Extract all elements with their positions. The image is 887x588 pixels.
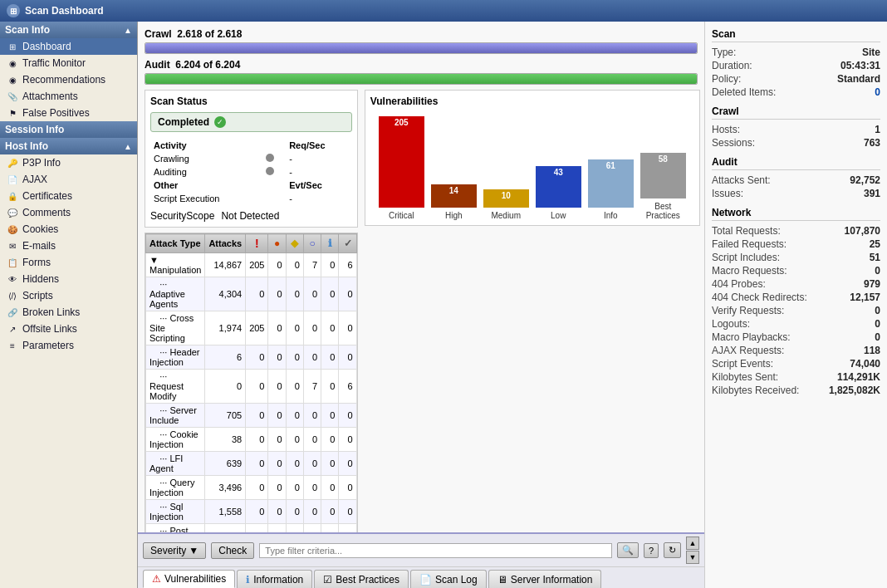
broken-links-icon: 🔗 <box>7 306 18 318</box>
bar-high: 14High <box>431 184 477 220</box>
sidebar-item-forms[interactable]: 📋 Forms <box>0 254 137 271</box>
scan-type-row: Type: Site <box>712 46 880 59</box>
audit-section: Audit 6.204 of 6.204 <box>145 59 698 85</box>
network-row: AJAX Requests:118 <box>712 344 880 357</box>
attack-table-box: Attack Type Attacks ! ● ◆ ○ ℹ ✓ <box>145 233 358 532</box>
network-row: Script Events:74,040 <box>712 357 880 370</box>
cell-info: 0 <box>321 476 339 500</box>
cell-attack-type: ··· Adaptive Agents <box>146 277 205 311</box>
crawl-hosts-row: Hosts: 1 <box>712 123 880 136</box>
cell-info: 0 <box>321 500 339 524</box>
cell-best: 0 <box>339 311 356 345</box>
tab-scan-log[interactable]: 📄 Scan Log <box>410 570 487 588</box>
table-row[interactable]: ··· Cookie Injection 38 0 0 0 0 0 0 <box>146 428 357 452</box>
cell-low: 0 <box>303 500 321 524</box>
dashboard-icon: ⊞ <box>7 4 20 17</box>
filter-input[interactable] <box>259 543 612 558</box>
script-exec-value: - <box>286 192 352 205</box>
sidebar-item-certificates[interactable]: 🔒 Certificates <box>0 188 137 204</box>
table-row[interactable]: ▼ Manipulation 14,867 205 0 0 7 0 6 <box>146 253 357 277</box>
table-row[interactable]: ··· Query Injection 3,496 0 0 0 0 0 0 <box>146 476 357 500</box>
ajax-icon: 📄 <box>7 174 18 185</box>
table-row[interactable]: ··· Header Injection 6 0 0 0 0 0 0 <box>146 345 357 370</box>
sidebar-item-ajax[interactable]: 📄 AJAX <box>0 171 137 188</box>
bar-best-practices: 58Best Practices <box>640 153 686 220</box>
sidebar-item-dashboard[interactable]: ⊞ Dashboard <box>0 38 137 55</box>
cell-high: 0 <box>268 476 286 500</box>
table-row[interactable]: ··· Request Modify 0 0 0 0 7 0 6 <box>146 370 357 404</box>
cell-best: 0 <box>339 428 356 452</box>
network-row: Kilobytes Received:1,825,082K <box>712 384 880 397</box>
network-row: Verify Requests:0 <box>712 304 880 317</box>
sidebar-item-emails[interactable]: ✉ E-mails <box>0 238 137 254</box>
cell-attack-type: ··· Sql Injection <box>146 500 205 524</box>
host-info-collapse[interactable]: ▲ <box>124 142 132 151</box>
cell-high: 0 <box>268 524 286 533</box>
sidebar-item-p3p[interactable]: 🔑 P3P Info <box>0 154 137 171</box>
parameters-icon: ≡ <box>7 340 18 351</box>
tab-server-info[interactable]: 🖥 Server Information <box>488 570 602 588</box>
center-content: Crawl 2.618 of 2.618 Audit 6.204 of 6.20… <box>138 22 704 588</box>
activity-table: Activity Req/Sec Crawling - Auditing <box>150 139 352 205</box>
sidebar-item-offsite-links[interactable]: ↗ Offsite Links <box>0 321 137 337</box>
auditing-dot <box>266 167 274 175</box>
tab-vulnerabilities[interactable]: ⚠ Vulnerabilities <box>143 570 235 588</box>
sidebar-item-broken-links[interactable]: 🔗 Broken Links <box>0 304 137 321</box>
cell-attacks: 639 <box>205 452 246 476</box>
sidebar-item-scripts[interactable]: ⟨/⟩ Scripts <box>0 287 137 304</box>
cell-low: 0 <box>303 476 321 500</box>
p3p-icon: 🔑 <box>7 157 18 169</box>
cell-info: 0 <box>321 253 339 277</box>
table-row[interactable]: ··· Adaptive Agents 4,304 0 0 0 0 0 0 <box>146 277 357 311</box>
cell-critical: 0 <box>246 428 268 452</box>
scroll-down-btn[interactable]: ▼ <box>686 551 699 564</box>
cell-info: 0 <box>321 524 339 533</box>
scan-deleted-row: Deleted Items: 0 <box>712 86 880 99</box>
security-scope-row: SecurityScope Not Detected <box>150 210 352 222</box>
refresh-icon-btn[interactable]: ↻ <box>664 542 681 558</box>
th-high: ● <box>268 234 286 253</box>
cell-best: 0 <box>339 524 356 533</box>
sidebar-item-hiddens[interactable]: 👁 Hiddens <box>0 271 137 287</box>
scan-duration-row: Duration: 05:43:31 <box>712 59 880 72</box>
cell-high: 0 <box>268 311 286 345</box>
severity-button[interactable]: Severity ▼ <box>143 542 206 559</box>
scroll-up-btn[interactable]: ▲ <box>686 537 699 550</box>
sidebar-item-false-positives[interactable]: ⚑ False Positives <box>0 105 137 121</box>
search-icon-btn[interactable]: 🔍 <box>617 542 639 558</box>
crawl-info-section: Crawl Hosts: 1 Sessions: 763 <box>712 105 880 149</box>
sidebar-item-recommendations[interactable]: ◉ Recommendations <box>0 71 137 88</box>
sidebar-item-parameters[interactable]: ≡ Parameters <box>0 337 137 354</box>
sidebar-item-cookies[interactable]: 🍪 Cookies <box>0 221 137 238</box>
cell-attack-type: ··· Request Modify <box>146 370 205 404</box>
tab-best-practices[interactable]: ☑ Best Practices <box>314 570 409 588</box>
table-row[interactable]: ··· Post Injection 2,147 0 0 0 0 0 0 <box>146 524 357 533</box>
cell-attacks: 705 <box>205 404 246 428</box>
cell-best: 6 <box>339 370 356 404</box>
cell-medium: 0 <box>286 370 303 404</box>
table-row[interactable]: ··· Sql Injection 1,558 0 0 0 0 0 0 <box>146 500 357 524</box>
sidebar-item-comments[interactable]: 💬 Comments <box>0 204 137 221</box>
crawl-label: Crawl 2.618 of 2.618 <box>145 28 698 40</box>
table-row[interactable]: ··· LFI Agent 639 0 0 0 0 0 0 <box>146 452 357 476</box>
sidebar-item-traffic[interactable]: ◉ Traffic Monitor <box>0 55 137 71</box>
tab-information[interactable]: ℹ Information <box>237 570 312 588</box>
crawl-progress-bar <box>145 42 698 54</box>
scan-status-box: Scan Status Completed ✓ Activity Req/Sec <box>145 90 358 228</box>
table-row[interactable]: ··· Cross Site Scripting 1,974 205 0 0 0… <box>146 311 357 345</box>
check-button[interactable]: Check <box>211 542 254 559</box>
offsite-links-icon: ↗ <box>7 323 18 335</box>
scan-info-collapse[interactable]: ▲ <box>124 26 132 35</box>
cell-medium: 0 <box>286 452 303 476</box>
help-icon-btn[interactable]: ? <box>644 543 659 558</box>
session-info-header: Session Info <box>0 121 137 138</box>
cell-attacks: 2,147 <box>205 524 246 533</box>
th-best: ✓ <box>339 234 356 253</box>
cell-critical: 0 <box>246 476 268 500</box>
vuln-chart: 205Critical14High10Medium43Low61Info58Be… <box>370 112 694 220</box>
cell-medium: 0 <box>286 500 303 524</box>
sidebar-item-attachments[interactable]: 📎 Attachments <box>0 88 137 105</box>
dashboard-icon: ⊞ <box>7 41 18 52</box>
table-row[interactable]: ··· Server Include 705 0 0 0 0 0 0 <box>146 404 357 428</box>
cell-attacks: 1,974 <box>205 311 246 345</box>
